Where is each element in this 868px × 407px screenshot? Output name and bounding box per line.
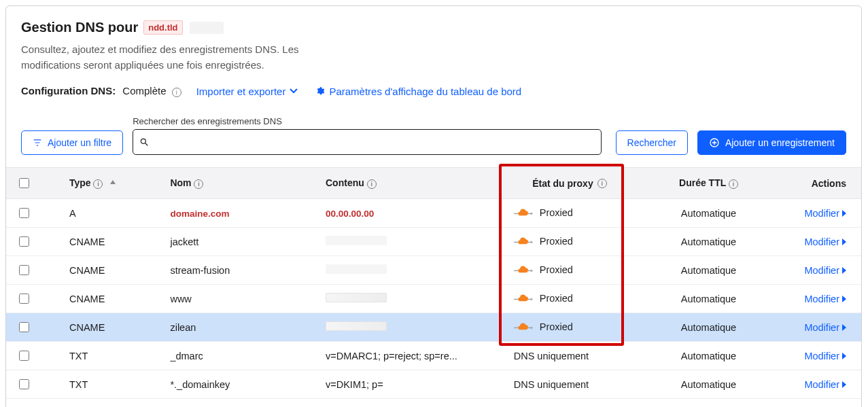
filter-icon [33,138,42,147]
row-checkbox[interactable] [19,265,29,275]
cell-content [320,285,508,313]
chevron-right-icon [841,352,848,360]
config-value: Complète [122,85,166,96]
proxy-label: Proxied [540,236,573,247]
col-actions-label: Actions [812,178,846,189]
cell-type: TXT [42,342,164,370]
search-input[interactable] [133,129,602,155]
cell-proxy: Proxied [508,285,631,313]
cell-proxy: Proxied [508,199,631,228]
redacted-cell [326,264,387,274]
info-icon[interactable]: i [93,179,103,189]
panel-header: Gestion DNS pour ndd.tld Consultez, ajou… [6,20,861,97]
cell-type: CNAME [42,228,164,256]
col-content-label[interactable]: Contenu [326,177,364,188]
info-icon[interactable]: i [367,179,377,189]
edit-label: Modifier [804,322,839,333]
dns-panel: Gestion DNS pour ndd.tld Consultez, ajou… [5,5,862,407]
cell-name: *._domainkey [164,370,320,399]
cell-name: _dmarc [164,342,320,370]
table-row: CNAMEzilean ProxiedAutomatiqueModifier [6,313,861,342]
col-ttl-label[interactable]: Durée TTL [679,177,726,188]
add-filter-button[interactable]: Ajouter un filtre [21,130,123,155]
edit-button[interactable]: Modifier [804,379,848,390]
col-name-label[interactable]: Nom [170,177,191,188]
cell-ttl: Automatique [631,313,786,342]
cell-ttl: Automatique [631,199,786,228]
cell-type: TXT [42,399,164,408]
col-type-label[interactable]: Type [69,177,91,188]
proxy-label: Proxied [540,264,573,275]
edit-button[interactable]: Modifier [804,265,848,276]
edit-button[interactable]: Modifier [804,236,848,247]
row-checkbox[interactable] [19,208,29,218]
col-proxy-label[interactable]: État du proxy [532,178,593,189]
cell-ttl: Automatique [631,342,786,370]
search-label: Rechercher des enregistrements DNS [133,116,606,126]
edit-button[interactable]: Modifier [804,322,848,333]
edit-label: Modifier [804,208,839,219]
add-record-button[interactable]: Ajouter un enregistrement [697,130,846,155]
proxy-label: DNS uniquement [514,379,589,390]
chevron-down-icon [290,87,298,95]
svg-point-0 [141,139,146,143]
edit-button[interactable]: Modifier [804,208,848,219]
cell-type: TXT [42,370,164,399]
plus-circle-icon [709,137,720,148]
cloud-proxy-icon [514,265,533,275]
cell-proxy: Proxied [508,313,631,342]
redacted-cell [326,321,387,331]
cell-type: CNAME [42,285,164,313]
edit-button[interactable]: Modifier [804,351,848,361]
cell-name: jackett [164,228,320,256]
edit-label: Modifier [804,265,839,276]
cell-type: A [42,199,164,228]
proxy-label: DNS uniquement [514,351,589,361]
sort-asc-icon[interactable] [109,179,116,186]
table-row: Adomaine.com00.00.00.00 ProxiedAutomatiq… [6,199,861,228]
svg-line-1 [145,143,148,146]
cell-name: www [164,285,320,313]
edit-label: Modifier [804,294,839,304]
cell-proxy: DNS uniquement [508,342,631,370]
cell-ttl: Automatique [631,370,786,399]
info-icon[interactable]: i [597,179,607,188]
import-export-link[interactable]: Importer et exporter [196,86,298,97]
cell-proxy: Proxied [508,228,631,256]
cell-content: v=DMARC1; p=reject; sp=re... [320,342,508,370]
chevron-right-icon [841,238,848,246]
cell-content: v=DKIM1; p= [320,370,508,399]
table-row: CNAMEstream-fusion ProxiedAutomatiqueMod… [6,256,861,285]
search-button[interactable]: Rechercher [616,130,688,155]
info-icon[interactable]: i [172,88,181,97]
dashboard-settings-link[interactable]: Paramètres d'affichage du tableau de bor… [315,86,521,97]
row-checkbox[interactable] [19,236,29,247]
cloud-proxy-icon [514,236,533,246]
cell-content [320,313,508,342]
add-filter-label: Ajouter un filtre [48,137,111,148]
row-checkbox[interactable] [19,379,29,389]
row-checkbox[interactable] [19,294,29,304]
cell-proxy: Proxied [508,256,631,285]
cloud-proxy-icon [514,322,533,332]
proxy-label: Proxied [540,321,573,332]
add-record-label: Ajouter un enregistrement [725,137,835,148]
proxy-label: Proxied [540,207,573,218]
info-icon[interactable]: i [729,179,738,189]
search-button-label: Rechercher [627,137,676,148]
cell-ttl: Automatique [631,285,786,313]
info-icon[interactable]: i [194,179,203,189]
row-checkbox[interactable] [19,351,29,361]
edit-label: Modifier [804,379,839,390]
select-all-checkbox[interactable] [19,178,29,188]
domain-chip: ndd.tld [143,20,182,35]
edit-label: Modifier [804,236,839,247]
cloud-proxy-icon [514,294,533,303]
import-export-label: Importer et exporter [196,86,286,97]
edit-button[interactable]: Modifier [804,294,848,304]
row-checkbox[interactable] [19,322,29,332]
cell-proxy: DNS uniquement [508,370,631,399]
chevron-right-icon [841,209,848,217]
cell-content [320,256,508,285]
cell-content: v=spf1 -all [320,399,508,408]
